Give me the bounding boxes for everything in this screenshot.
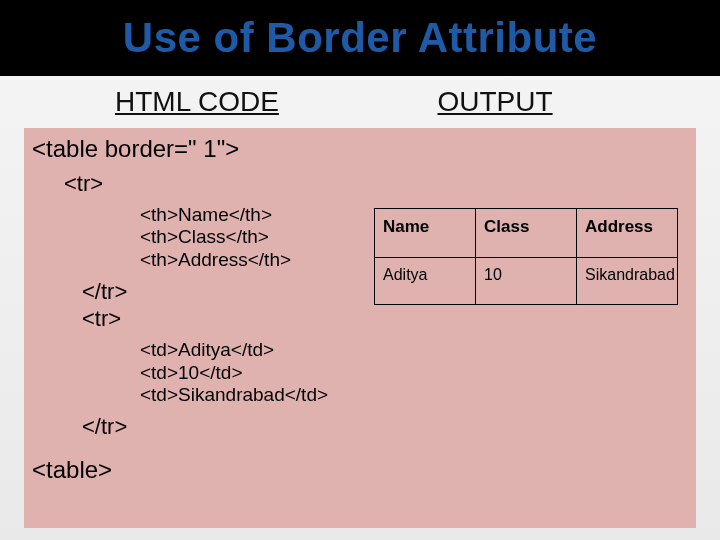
code-line: <td>Sikandrabad</td> — [32, 384, 352, 407]
code-line: <td>10</td> — [32, 362, 352, 385]
code-line: <th>Address</th> — [32, 249, 352, 272]
output-table-wrap: Name Class Address Aditya 10 Sikandrabad — [374, 134, 688, 305]
code-panel: <table border=" 1"> <tr> <th>Name</th> <… — [24, 128, 360, 528]
slide-title: Use of Border Attribute — [123, 14, 597, 62]
td-address: Sikandrabad — [577, 258, 678, 305]
td-name: Aditya — [375, 258, 476, 305]
code-line: <th>Class</th> — [32, 226, 352, 249]
code-line: <tr> — [32, 170, 352, 198]
code-line: <th>Name</th> — [32, 204, 352, 227]
output-panel: Name Class Address Aditya 10 Sikandrabad — [360, 128, 696, 528]
code-line: <table border=" 1"> — [32, 134, 352, 164]
heading-html-code: HTML CODE — [60, 86, 338, 118]
th-address: Address — [577, 209, 678, 258]
th-class: Class — [476, 209, 577, 258]
code-line: </tr> — [32, 278, 352, 306]
content-area: <table border=" 1"> <tr> <th>Name</th> <… — [0, 122, 720, 528]
code-line: <td>Aditya</td> — [32, 339, 352, 362]
code-line: <tr> — [32, 305, 352, 333]
table-row: Aditya 10 Sikandrabad — [375, 258, 678, 305]
code-line: </tr> — [32, 413, 352, 441]
td-class: 10 — [476, 258, 577, 305]
output-table: Name Class Address Aditya 10 Sikandrabad — [374, 208, 678, 305]
code-line: <table> — [32, 455, 352, 485]
column-headings: HTML CODE OUTPUT — [0, 76, 720, 122]
heading-output: OUTPUT — [338, 86, 661, 118]
table-header-row: Name Class Address — [375, 209, 678, 258]
th-name: Name — [375, 209, 476, 258]
title-bar: Use of Border Attribute — [0, 0, 720, 76]
